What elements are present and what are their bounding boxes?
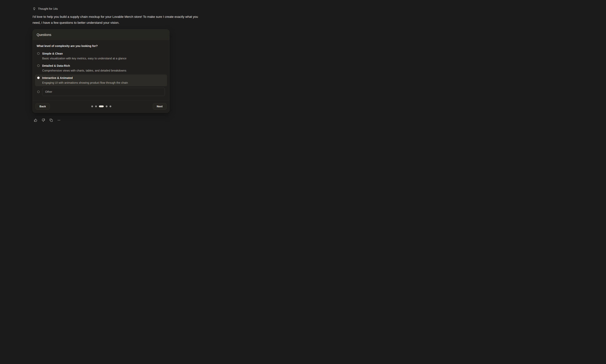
- back-button[interactable]: Back: [36, 103, 50, 110]
- message-actions: [34, 119, 222, 122]
- more-options-button[interactable]: [57, 119, 61, 122]
- copy-icon: [50, 119, 53, 122]
- option-content: Simple & Clean Basic visualization with …: [42, 52, 126, 60]
- card-title: Questions: [37, 33, 51, 37]
- thumbs-up-icon: [34, 119, 37, 122]
- thinking-label: Thought for 14s: [38, 7, 58, 11]
- radio-unselected-icon[interactable]: [37, 52, 40, 55]
- progress-dot-active: [99, 105, 104, 107]
- radio-unselected-icon[interactable]: [37, 91, 40, 93]
- option-content: Interactive & Animated Engaging UI with …: [42, 76, 128, 85]
- card-footer: Back Next: [33, 101, 169, 113]
- more-options-icon: [57, 119, 61, 122]
- assistant-message: I'd love to help you build a supply chai…: [33, 14, 199, 26]
- thinking-summary[interactable]: Thought for 14s: [33, 7, 58, 11]
- radio-selected-icon[interactable]: [37, 77, 40, 79]
- radio-unselected-icon[interactable]: [37, 65, 40, 67]
- card-body: What level of complexity are you looking…: [33, 40, 169, 101]
- thumbs-down-button[interactable]: [42, 119, 45, 122]
- option-title: Interactive & Animated: [42, 76, 128, 79]
- option-description: Comprehensive views with charts, tables,…: [42, 69, 126, 72]
- option-simple-clean[interactable]: Simple & Clean Basic visualization with …: [35, 50, 167, 62]
- other-option-input[interactable]: [42, 88, 165, 96]
- lightbulb-icon: [33, 7, 36, 11]
- option-other: [35, 87, 167, 97]
- progress-dot: [95, 105, 97, 107]
- progress-dot: [106, 105, 108, 107]
- progress-dot: [91, 105, 93, 107]
- card-header: Questions: [33, 29, 169, 40]
- option-title: Detailed & Data-Rich: [42, 64, 126, 67]
- thumbs-up-button[interactable]: [34, 119, 37, 122]
- option-detailed-data-rich[interactable]: Detailed & Data-Rich Comprehensive views…: [35, 62, 167, 74]
- question-text: What level of complexity are you looking…: [37, 44, 167, 48]
- chat-page: Thought for 14s I'd love to help you bui…: [0, 0, 222, 122]
- progress-dots: [91, 105, 111, 107]
- option-description: Engaging UI with animations showing prod…: [42, 81, 128, 85]
- option-content: Detailed & Data-Rich Comprehensive views…: [42, 64, 126, 72]
- option-interactive-animated[interactable]: Interactive & Animated Engaging UI with …: [35, 75, 167, 86]
- next-button[interactable]: Next: [153, 103, 166, 110]
- option-description: Basic visualization with key metrics, ea…: [42, 57, 126, 60]
- thumbs-down-icon: [42, 119, 45, 122]
- option-title: Simple & Clean: [42, 52, 126, 55]
- progress-dot: [109, 105, 111, 107]
- copy-button[interactable]: [50, 119, 53, 122]
- questions-card: Questions What level of complexity are y…: [33, 29, 170, 113]
